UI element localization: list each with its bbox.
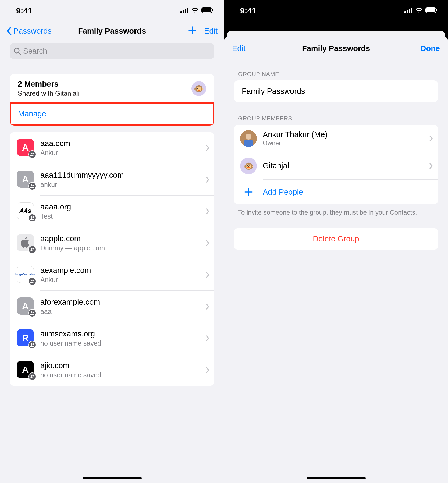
member-row[interactable]: 🐵 Gitanjali: [234, 152, 438, 180]
svg-rect-1: [183, 10, 184, 13]
add-people-button[interactable]: Add People: [234, 180, 438, 204]
plus-icon: [240, 187, 257, 197]
svg-point-21: [31, 343, 32, 345]
member-row[interactable]: Ankur Thakur (Me) Owner: [234, 125, 438, 152]
home-indicator[interactable]: [307, 477, 366, 479]
member-name: Gitanjali: [263, 161, 429, 170]
group-members-card: Ankur Thakur (Me) Owner 🐵 Gitanjali Add …: [234, 125, 438, 204]
svg-point-33: [246, 134, 251, 140]
svg-point-12: [32, 184, 34, 186]
site-icon: R: [17, 329, 35, 347]
shared-badge-icon: [28, 277, 36, 285]
search-input[interactable]: Search: [10, 43, 214, 59]
site-username: no user name saved: [40, 371, 206, 379]
chevron-right-icon: [206, 272, 209, 278]
password-row[interactable]: R aiimsexams.org no user name saved: [10, 322, 214, 354]
site-icon: A4s: [17, 202, 35, 221]
search-icon: [13, 47, 21, 55]
svg-point-20: [32, 311, 34, 313]
svg-point-23: [31, 375, 32, 377]
svg-point-9: [31, 153, 32, 154]
members-subtitle: Shared with Gitanjali: [18, 90, 191, 97]
nav-bar: Passwords Family Passwords Edit: [0, 22, 224, 40]
password-row[interactable]: A aaa.com Ankur: [10, 132, 214, 164]
chevron-right-icon: [206, 176, 209, 183]
site-name: aaaa.org: [40, 203, 206, 211]
svg-rect-34: [244, 140, 253, 147]
svg-rect-27: [409, 9, 410, 13]
section-label-group-members: GROUP MEMBERS: [224, 102, 448, 125]
svg-rect-31: [436, 9, 437, 11]
site-icon: HugeDomains: [17, 266, 35, 284]
sheet-done-button[interactable]: Done: [421, 44, 440, 53]
member-avatar-icon: 🐵: [191, 81, 206, 96]
group-name-card: Family Passwords: [234, 80, 438, 102]
shared-badge-icon: [28, 214, 36, 222]
site-icon: A: [17, 297, 35, 316]
shared-badge-icon: [28, 309, 36, 317]
chevron-right-icon: [429, 163, 433, 169]
section-label-group-name: GROUP NAME: [224, 58, 448, 80]
site-username: ankur: [40, 181, 206, 189]
site-name: aaa.com: [40, 139, 206, 148]
add-people-label: Add People: [263, 180, 438, 204]
site-username: Ankur: [40, 276, 206, 284]
sheet-title: Family Passwords: [224, 44, 448, 53]
site-username: aaa: [40, 308, 206, 315]
passwords-list: A aaa.com Ankur A aaa111dummyyyyy.com an…: [10, 132, 214, 386]
site-icon: A: [17, 361, 35, 379]
svg-point-17: [31, 280, 32, 281]
delete-group-button[interactable]: Delete Group: [234, 228, 438, 250]
chevron-left-icon: [6, 27, 12, 35]
status-time: 9:41: [16, 6, 32, 15]
wifi-icon: [191, 6, 199, 15]
svg-point-19: [31, 311, 32, 313]
chevron-right-icon: [206, 240, 209, 246]
phone-right: 9:41 Edit Family Passwords Done GROUP NA…: [224, 0, 448, 483]
chevron-right-icon: [206, 145, 209, 151]
members-count: 2 Members: [18, 80, 191, 88]
chevron-right-icon: [206, 367, 209, 373]
add-button[interactable]: [188, 26, 197, 36]
site-name: aexample.com: [40, 266, 206, 275]
home-indicator[interactable]: [83, 477, 142, 479]
sheet-edit-button[interactable]: Edit: [232, 44, 246, 53]
back-button[interactable]: Passwords: [6, 27, 52, 35]
shared-badge-icon: [28, 341, 36, 349]
password-row[interactable]: A4s aaaa.org Test: [10, 196, 214, 227]
wifi-icon: [415, 6, 423, 15]
site-icon: A: [17, 139, 35, 157]
members-header[interactable]: 2 Members Shared with Gitanjali 🐵: [10, 74, 214, 100]
status-time: 9:41: [240, 6, 256, 15]
svg-rect-6: [212, 9, 213, 11]
edit-button[interactable]: Edit: [204, 27, 218, 35]
status-bar: 9:41: [224, 0, 448, 22]
password-row[interactable]: A aforexample.com aaa: [10, 291, 214, 322]
member-avatar-icon: [240, 130, 257, 147]
site-name: aaa111dummyyyyy.com: [40, 171, 206, 180]
password-row[interactable]: A ajio.com no user name saved: [10, 354, 214, 386]
member-avatar-icon: 🐵: [240, 158, 257, 174]
svg-rect-30: [426, 8, 435, 12]
svg-point-24: [32, 375, 34, 376]
password-row[interactable]: HugeDomains aexample.com Ankur: [10, 259, 214, 291]
svg-rect-3: [187, 8, 188, 13]
site-username: Dummy — apple.com: [40, 244, 206, 252]
invite-footer-note: To invite someone to the group, they mus…: [224, 204, 448, 217]
site-name: aapple.com: [40, 234, 206, 243]
manage-button[interactable]: Manage: [11, 104, 213, 124]
svg-rect-26: [407, 10, 408, 13]
svg-rect-5: [202, 8, 211, 12]
site-icon: [17, 234, 35, 252]
password-row[interactable]: A aaa111dummyyyyy.com ankur: [10, 164, 214, 196]
password-row[interactable]: aapple.com Dummy — apple.com: [10, 227, 214, 259]
group-name-field[interactable]: Family Passwords: [234, 80, 438, 102]
chevron-right-icon: [206, 335, 209, 342]
cellular-icon: [404, 6, 413, 15]
battery-icon: [425, 6, 437, 15]
chevron-right-icon: [206, 303, 209, 310]
status-indicators: [404, 6, 437, 15]
site-username: Ankur: [40, 149, 206, 157]
sheet-nav: Edit Family Passwords Done: [224, 39, 448, 58]
status-bar: 9:41: [0, 0, 224, 22]
